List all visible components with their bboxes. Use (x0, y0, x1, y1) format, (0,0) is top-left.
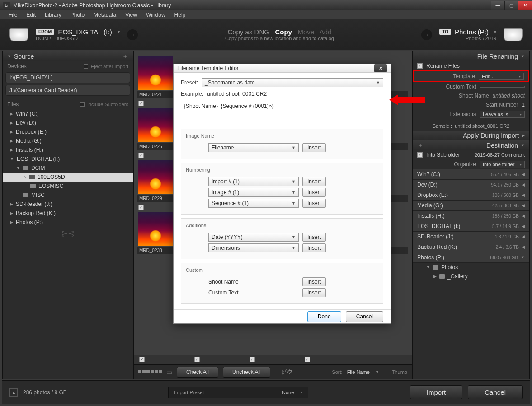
tree-item[interactable]: MISC (3, 191, 133, 200)
tree-item[interactable]: ▶Dropbox (E:) (3, 127, 133, 136)
check-all-button[interactable]: Check All (177, 367, 218, 378)
cancel-button[interactable]: Cancel (468, 385, 523, 399)
dest-drive[interactable]: SD-Reader (J:)1.8 / 1.9 GB◀ (413, 232, 529, 242)
strip-checkbox[interactable]: ✓ (250, 357, 255, 362)
import-preset-value[interactable]: None (282, 390, 294, 395)
dest-drive[interactable]: Installs (H:)188 / 250 GB◀ (413, 211, 529, 221)
import-button[interactable]: Import (410, 385, 463, 399)
thumb-checkbox[interactable]: ✓ (138, 153, 144, 158)
extensions-select[interactable]: Leave as-is▾ (480, 111, 525, 118)
cancel-button[interactable]: Cancel (346, 311, 383, 322)
thumbnail[interactable] (138, 56, 173, 90)
insert-button[interactable]: Insert (302, 143, 326, 152)
dimensions-select[interactable]: Dimensions▼ (208, 243, 299, 252)
strip-checkbox[interactable]: ✓ (139, 357, 145, 362)
thumb-checkbox[interactable]: ✓ (138, 205, 144, 210)
preset-select[interactable]: _Shootname as date▼ (202, 78, 383, 87)
thumbnail[interactable] (138, 212, 173, 246)
thumbnail[interactable] (138, 160, 173, 194)
start-number-value[interactable]: 1 (522, 102, 525, 108)
minimize-button[interactable]: — (491, 1, 504, 10)
dest-drive[interactable]: Media (G:)425 / 863 GB◀ (413, 201, 529, 211)
done-button[interactable]: Done (307, 311, 341, 322)
file-renaming-header[interactable]: File Renaming▼ (413, 51, 529, 61)
template-select[interactable]: Edit...▾ (479, 73, 524, 80)
menu-help[interactable]: Help (170, 11, 190, 19)
mode-copy[interactable]: Copy (275, 28, 292, 36)
maximize-button[interactable]: ▢ (504, 1, 518, 10)
menu-photo[interactable]: Photo (66, 11, 89, 19)
device-row[interactable]: I:\(EOS_DIGITAL) (5, 72, 130, 83)
dialog-close-button[interactable]: ✕ (374, 64, 387, 72)
insert-button[interactable]: Insert (302, 177, 326, 186)
strip-checkbox[interactable]: ✓ (194, 357, 200, 362)
tree-item[interactable]: ▶Media (G:) (3, 136, 133, 145)
insert-button[interactable]: Insert (302, 199, 326, 208)
to-location[interactable]: Photos (P:) (455, 28, 489, 36)
shoot-name-value[interactable]: untitled shoot (493, 93, 525, 99)
custom-text-input[interactable] (480, 86, 525, 88)
insert-button[interactable]: Insert (302, 233, 326, 242)
grid-view-icon[interactable] (138, 370, 162, 373)
from-location[interactable]: EOS_DIGITAL (I:) (58, 28, 112, 36)
mode-move[interactable]: Move (297, 28, 314, 36)
tree-item[interactable]: ▶SD-Reader (J:) (3, 200, 133, 209)
thumb-checkbox[interactable]: ✓ (138, 101, 144, 106)
dest-drive[interactable]: EOS_DIGITAL (I:)5.7 / 14.9 GB◀ (413, 221, 529, 232)
menu-metadata[interactable]: Metadata (89, 11, 121, 19)
subfolder-value[interactable]: 2019-08-27 Cormorant (475, 152, 525, 158)
tree-item[interactable]: EOSMISC (3, 182, 133, 191)
menu-window[interactable]: Window (141, 11, 170, 19)
expand-up-button[interactable]: ▴ (9, 388, 18, 397)
filename-select[interactable]: Filename▼ (208, 143, 299, 152)
tree-item[interactable]: ▶Dev (D:) (3, 118, 133, 127)
mode-add[interactable]: Add (320, 28, 332, 36)
token-textarea[interactable]: {Shoot Name}_{Sequence # (0001)»} (181, 101, 383, 125)
tree-item[interactable]: ▶Installs (H:) (3, 145, 133, 154)
menu-view[interactable]: View (121, 11, 141, 19)
rename-files-checkbox[interactable]: ✓ (417, 63, 423, 69)
tree-item[interactable]: ▼Photos (413, 263, 529, 272)
tree-item-selected[interactable]: ▷100EOS5D (3, 173, 133, 182)
tree-item[interactable]: ▶Win7 (C:) (3, 109, 133, 118)
image-num-select[interactable]: Image # (1)▼ (208, 188, 299, 197)
device-row[interactable]: J:\(Camera or Card Reader) (5, 85, 130, 96)
eject-checkbox[interactable] (84, 64, 88, 69)
dest-drive[interactable]: Photos (P:)66.0 / 466 GB▼ (413, 252, 529, 263)
copy-mode-selector[interactable]: Copy as DNG Copy Move Add Copy photos to… (145, 28, 414, 41)
tree-item[interactable]: ▶Photos (P:) (3, 218, 133, 227)
insert-button[interactable]: Insert (302, 243, 326, 252)
subfolder-checkbox[interactable]: ✓ (417, 152, 423, 158)
insert-button[interactable]: Insert (302, 188, 326, 197)
source-panel-header[interactable]: ▼Source＋ (3, 51, 133, 61)
tree-item[interactable]: ▼EOS_DIGITAL (I:) (3, 154, 133, 163)
date-select[interactable]: Date (YYYY)▼ (208, 233, 299, 242)
include-sub-checkbox[interactable] (80, 102, 85, 107)
close-button[interactable]: ✕ (518, 1, 532, 10)
organize-select[interactable]: Into one folder▾ (480, 161, 525, 168)
tree-item[interactable]: ▼DCIM (3, 163, 133, 173)
dest-drive[interactable]: Backup Red (K:)2.4 / 3.6 TB◀ (413, 242, 529, 252)
import-num-select[interactable]: Import # (1)▼ (208, 177, 299, 186)
dest-drive[interactable]: Win7 (C:)55.4 / 466 GB◀ (413, 169, 529, 180)
insert-button[interactable]: Insert (302, 277, 326, 286)
thumbnail[interactable] (138, 108, 173, 142)
tree-item[interactable]: ▶Backup Red (K:) (3, 209, 133, 218)
add-source-button[interactable]: ＋ (122, 52, 128, 61)
seq-num-select[interactable]: Sequence # (1)▼ (208, 199, 299, 208)
destination-header[interactable]: ＋Destination▼ (413, 140, 529, 150)
dest-drive[interactable]: Dropbox (E:)106 / 500 GB◀ (413, 190, 529, 201)
tree-item[interactable]: ▶_Gallery (413, 272, 529, 281)
sort-value[interactable]: File Name (347, 369, 370, 375)
apply-during-import-header[interactable]: Apply During Import▶ (413, 131, 529, 140)
mode-dng[interactable]: Copy as DNG (227, 28, 269, 36)
menu-library[interactable]: Library (40, 11, 66, 19)
single-view-icon[interactable]: ▭ (166, 369, 172, 376)
uncheck-all-button[interactable]: Uncheck All (223, 367, 270, 378)
dest-drive[interactable]: Dev (D:)94.1 / 250 GB◀ (413, 180, 529, 190)
menu-edit[interactable]: Edit (22, 11, 40, 19)
sort-order-icon[interactable]: ↕ᴬ⁄ᴢ (281, 368, 293, 376)
strip-checkbox[interactable]: ✓ (305, 357, 310, 362)
menu-file[interactable]: File (4, 11, 22, 19)
insert-button[interactable]: Insert (302, 288, 326, 297)
